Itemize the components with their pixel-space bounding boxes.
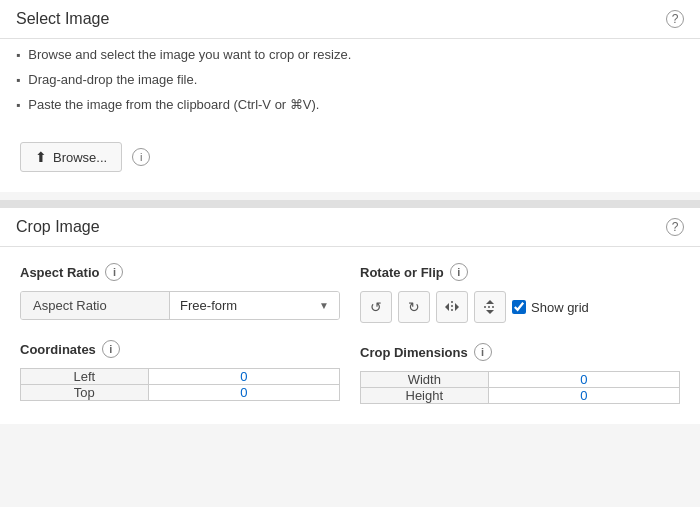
aspect-ratio-dropdown-value: Free-form [180, 298, 237, 313]
rotate-flip-info-icon[interactable]: i [450, 263, 468, 281]
section-divider [0, 200, 700, 208]
coordinates-table: Left 0 Top 0 [20, 368, 340, 401]
instructions-list: Browse and select the image you want to … [0, 39, 700, 130]
select-image-title: Select Image [16, 10, 109, 28]
crop-image-title: Crop Image [16, 218, 100, 236]
aspect-ratio-cell-label: Aspect Ratio [21, 292, 170, 319]
width-value[interactable]: 0 [488, 372, 679, 388]
left-label: Left [21, 369, 149, 385]
coordinates-panel-label: Coordinates i [20, 340, 340, 358]
rotate-flip-panel-label: Rotate or Flip i [360, 263, 680, 281]
browse-button[interactable]: ⬆ Browse... [20, 142, 122, 172]
aspect-ratio-info-icon[interactable]: i [105, 263, 123, 281]
crop-grid: Aspect Ratio i Aspect Ratio Free-form ▼ … [20, 263, 680, 404]
aspect-ratio-dropdown[interactable]: Free-form ▼ [170, 292, 339, 319]
crop-image-help-icon[interactable]: ? [666, 218, 684, 236]
instruction-item-3: Paste the image from the clipboard (Ctrl… [16, 97, 684, 112]
height-label: Height [361, 388, 489, 404]
height-value[interactable]: 0 [488, 388, 679, 404]
instruction-item-2: Drag-and-drop the image file. [16, 72, 684, 87]
select-image-header: Select Image ? [0, 0, 700, 39]
crop-dimensions-table: Width 0 Height 0 [360, 371, 680, 404]
browse-info-icon[interactable]: i [132, 148, 150, 166]
rotate-left-button[interactable]: ↺ [360, 291, 392, 323]
crop-dimensions-info-icon[interactable]: i [474, 343, 492, 361]
aspect-ratio-row: Aspect Ratio Free-form ▼ [20, 291, 340, 320]
select-image-section: Select Image ? Browse and select the ima… [0, 0, 700, 192]
left-value[interactable]: 0 [148, 369, 339, 385]
top-value[interactable]: 0 [148, 385, 339, 401]
rotate-controls: ↺ ↻ [360, 291, 680, 323]
crop-content: Aspect Ratio i Aspect Ratio Free-form ▼ … [0, 247, 700, 424]
show-grid-checkbox[interactable] [512, 300, 526, 314]
right-column: Rotate or Flip i ↺ ↻ [360, 263, 680, 404]
flip-v-icon [482, 299, 498, 315]
coordinates-label: Coordinates [20, 342, 96, 357]
instruction-item-1: Browse and select the image you want to … [16, 47, 684, 62]
upload-icon: ⬆ [35, 149, 47, 165]
width-label: Width [361, 372, 489, 388]
browse-button-label: Browse... [53, 150, 107, 165]
table-row: Width 0 [361, 372, 680, 388]
select-image-help-icon[interactable]: ? [666, 10, 684, 28]
table-row: Top 0 [21, 385, 340, 401]
coordinates-info-icon[interactable]: i [102, 340, 120, 358]
aspect-ratio-panel-label: Aspect Ratio i [20, 263, 340, 281]
crop-image-header: Crop Image ? [0, 208, 700, 247]
crop-dimensions-label: Crop Dimensions [360, 345, 468, 360]
crop-image-section: Crop Image ? Aspect Ratio i Aspect Ratio… [0, 208, 700, 424]
left-column: Aspect Ratio i Aspect Ratio Free-form ▼ … [20, 263, 340, 404]
show-grid-container[interactable]: Show grid [512, 300, 589, 315]
flip-horizontal-button[interactable] [436, 291, 468, 323]
rotate-right-button[interactable]: ↻ [398, 291, 430, 323]
flip-h-icon [444, 299, 460, 315]
crop-dimensions-panel-label: Crop Dimensions i [360, 343, 680, 361]
rotate-flip-label: Rotate or Flip [360, 265, 444, 280]
aspect-ratio-label: Aspect Ratio [20, 265, 99, 280]
flip-vertical-button[interactable] [474, 291, 506, 323]
top-label: Top [21, 385, 149, 401]
table-row: Height 0 [361, 388, 680, 404]
dropdown-arrow-icon: ▼ [319, 300, 329, 311]
browse-area: ⬆ Browse... i [0, 130, 700, 192]
crop-dimensions-panel: Crop Dimensions i Width 0 Height 0 [360, 343, 680, 404]
coordinates-panel: Coordinates i Left 0 Top 0 [20, 340, 340, 401]
show-grid-label: Show grid [531, 300, 589, 315]
table-row: Left 0 [21, 369, 340, 385]
